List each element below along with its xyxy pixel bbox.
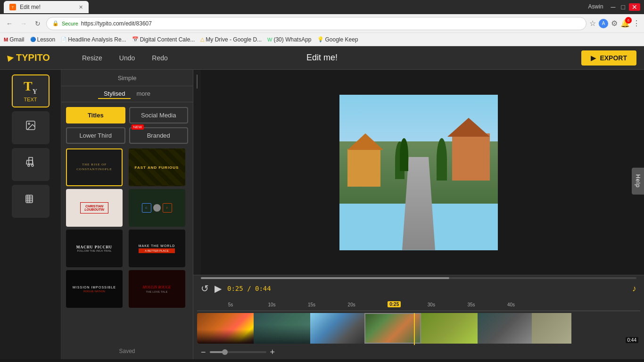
bookmark-digital[interactable]: 📅 Digital Content Cale... [132,36,195,43]
sidebar-item-text[interactable]: TY TEXT [12,74,50,107]
tab-favicon: T [9,4,16,10]
clip-1[interactable] [197,313,254,344]
template-rise-constantinople[interactable]: THE RISE OF CONSTANTINOPLE [66,148,123,186]
clip-7[interactable] [532,313,571,344]
bookmark-lesson[interactable]: 🔵 Lesson [30,36,56,43]
template-chelsea-content: C F [142,203,172,213]
bookmark-drive[interactable]: △ rise-constantinopleMy Drive - Google D… [200,36,262,43]
zoom-in-btn[interactable]: + [270,348,275,356]
app-topbar: ▶ TYPITO Resize Undo Redo Edit me! ▶ EXP… [0,46,644,70]
tab-more[interactable]: more [131,89,156,99]
template-louboutin-text: CHRISTIAN LOUBOUTIN [80,202,108,214]
panel-footer: Saved [61,343,193,359]
simple-section: Simple [61,70,193,86]
replay-btn[interactable]: ↺ [201,283,209,294]
ruler-20s: 20s [348,302,355,307]
video-icon [25,193,36,207]
template-mission-text: MISSION IMPOSSIBLE ROGUE NATION [73,286,116,293]
template-louboutin[interactable]: CHRISTIAN LOUBOUTIN [66,189,123,227]
time-display: 0:25 / 0:44 [227,285,271,292]
timeline-playhead[interactable] [414,313,415,345]
bookmark-gmail[interactable]: M Gmail [4,36,25,43]
type-buttons: Titles Social Media Lower Third NEW Bran… [61,102,193,148]
timeline-ruler: 5s 10s 15s 20s 0:25 30s 35s 40s [193,296,644,311]
panel: Simple Stylised more Titles Social Media… [61,70,193,359]
video-timeline-area: ↺ ▶ 0:25 / 0:44 ♪ 5s 10s 15s 20s 0 [193,70,644,359]
video-area [193,70,644,275]
sidebar-item-video[interactable] [12,185,50,218]
reload-btn[interactable]: ↻ [32,18,43,29]
timeline-clips-container: 0:44 [197,313,640,345]
secure-text: Secure [62,21,78,26]
btn-titles[interactable]: Titles [66,107,125,123]
clip-2[interactable] [254,313,310,344]
duration-badge: 0:44 [626,337,638,343]
ruler-40s: 40s [507,302,515,307]
ruler-35s: 35s [467,302,475,307]
audio-icon [25,156,36,171]
sidebar-item-audio[interactable] [12,148,50,181]
left-sidebar: TY TEXT [0,70,61,359]
tab-stylised[interactable]: Stylised [98,89,131,99]
bookmark-headline[interactable]: 📄 Headline Analysis Re... [61,36,126,43]
text-icon: TY [24,80,37,95]
clip-6[interactable] [478,313,532,344]
maximize-btn[interactable]: □ [619,3,627,11]
svg-point-3 [32,165,33,166]
zoom-thumb[interactable] [222,349,228,355]
template-moulin-rouge[interactable]: MOULIN ROUGE THE LOVE TALE [129,270,185,308]
video-preview[interactable] [339,95,498,250]
template-furious-text: FAST AND FURIOUS [135,165,179,170]
template-mission-impossible[interactable]: MISSION IMPOSSIBLE ROGUE NATION [66,270,123,308]
sidebar-item-image[interactable] [12,111,50,144]
back-btn[interactable]: ← [4,18,15,29]
url-text: https://typito.com/edit/83607 [81,20,152,27]
template-rise-text: THE RISE OF CONSTANTINOPLE [76,163,112,172]
bookmark-btn[interactable]: ☆ [589,19,596,28]
minimize-btn[interactable]: ─ [609,3,618,11]
undo-btn[interactable]: Undo [116,52,139,64]
ruler-30s: 30s [428,302,435,307]
btn-social[interactable]: Social Media [129,107,189,123]
progress-row [193,275,644,281]
menu-btn[interactable]: ⋮ [633,19,640,28]
template-machu-picchu[interactable]: MACHU PICCHU FOLLOW THE INCA TRAIL [66,230,123,267]
export-area: ▶ EXPORT [581,50,636,66]
clip-5[interactable] [421,313,478,344]
user-label: Aswin [585,3,607,11]
template-fast-furious[interactable]: FAST AND FURIOUS [129,148,185,186]
templates-grid: THE RISE OF CONSTANTINOPLE FAST AND FURI… [61,148,193,308]
clip-4[interactable] [364,313,421,344]
play-btn[interactable]: ▶ [215,283,222,294]
zoom-slider[interactable] [210,351,266,353]
template-make-world[interactable]: MAKE THE WORLD A BETTER PLACE [129,230,185,267]
music-icon: ♪ [632,284,636,294]
timeline-clips[interactable] [197,313,640,344]
ruler-10s: 10s [268,302,275,307]
browser-tab-active[interactable]: T Edit me! ✕ [4,1,89,13]
forward-btn[interactable]: → [18,18,29,29]
help-tab[interactable]: Help [632,168,644,195]
extensions-btn[interactable]: ⚙ [611,19,618,28]
tab-title: Edit me! [20,4,41,10]
resize-btn[interactable]: Resize [78,52,106,64]
browser-tab-inactive[interactable] [89,1,107,13]
export-btn[interactable]: ▶ EXPORT [581,50,636,66]
template-chelsea[interactable]: C F [129,189,185,227]
svg-point-2 [28,165,30,166]
progress-track[interactable] [201,277,636,279]
main-area: TY TEXT [0,70,644,359]
zoom-out-btn[interactable]: − [201,348,206,356]
redo-btn[interactable]: Redo [148,52,171,64]
tab-close-icon[interactable]: ✕ [79,4,83,10]
close-btn[interactable]: ✕ [629,3,640,11]
template-world-text: MAKE THE WORLD A BETTER PLACE [139,244,175,253]
bookmark-whatsapp[interactable]: W (30) WhatsApp [267,36,311,43]
btn-lower-third[interactable]: Lower Third [66,127,125,144]
controls-row: ↺ ▶ 0:25 / 0:44 ♪ [193,281,644,296]
address-bar[interactable]: 🔒 Secure https://typito.com/edit/83607 [46,17,586,30]
clip-3[interactable] [310,313,364,344]
logo-icon: ▶ [7,53,14,63]
bookmark-keep[interactable]: 💡 Google Keep [317,36,358,43]
btn-branded[interactable]: NEW Branded [129,127,189,144]
